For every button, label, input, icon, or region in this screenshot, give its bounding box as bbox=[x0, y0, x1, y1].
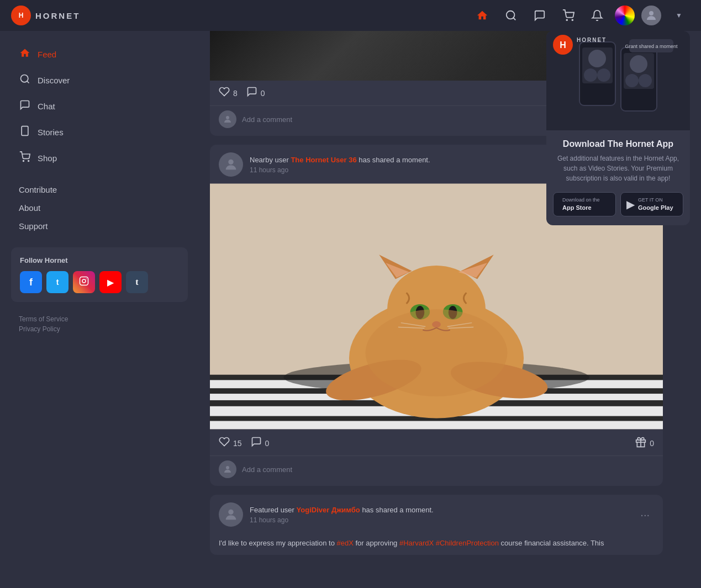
post3-meta-line: Featured user YogiDiver Джимбо has share… bbox=[250, 505, 629, 515]
post2-avatar[interactable] bbox=[219, 152, 243, 177]
sidebar-stories-label: Stories bbox=[38, 128, 64, 137]
heart-icon bbox=[219, 86, 230, 100]
bell-icon[interactable] bbox=[586, 4, 608, 27]
svg-point-5 bbox=[572, 19, 573, 20]
post2-comment-area: Add a comment bbox=[210, 455, 663, 486]
post3-hashtag3[interactable]: #ChildrenProtection bbox=[436, 539, 499, 547]
svg-point-19 bbox=[228, 160, 233, 165]
youtube-button[interactable]: ▶ bbox=[99, 271, 122, 293]
youtube-icon: ▶ bbox=[107, 277, 114, 288]
svg-point-55 bbox=[588, 50, 606, 67]
post3-hashtag2[interactable]: #HarvardX bbox=[399, 539, 434, 547]
chat-nav-icon[interactable] bbox=[529, 4, 551, 27]
promo-desc: Get additional features in the Hornet Ap… bbox=[546, 153, 690, 192]
svg-point-14 bbox=[82, 279, 86, 283]
discover-icon bbox=[19, 73, 31, 87]
post3-meta: Featured user YogiDiver Джимбо has share… bbox=[250, 505, 629, 524]
support-link[interactable]: Support bbox=[19, 218, 180, 234]
svg-point-15 bbox=[86, 278, 87, 279]
post3-text-start: I'd like to express my appreciation to bbox=[219, 539, 336, 547]
app-store-label: Download on the bbox=[562, 197, 600, 203]
svg-text:H: H bbox=[19, 12, 24, 19]
post3-suffix: has shared a moment. bbox=[360, 506, 434, 514]
twitter-button[interactable]: t bbox=[46, 271, 68, 293]
post2-comment-count: 0 bbox=[265, 439, 270, 448]
post3-more-btn[interactable]: ··· bbox=[636, 506, 654, 523]
sidebar-item-shop[interactable]: Shop bbox=[11, 146, 188, 171]
sidebar-secondary: Contribute About Support bbox=[11, 182, 188, 234]
topnav: H HORNET ▼ bbox=[0, 0, 701, 31]
svg-point-4 bbox=[566, 19, 567, 20]
post2-comment-btn[interactable]: 0 bbox=[251, 436, 270, 450]
post3-text-end: course financial assistance. This bbox=[499, 539, 604, 547]
svg-point-6 bbox=[649, 11, 653, 15]
sidebar-item-feed[interactable]: Feed bbox=[11, 42, 188, 67]
post2-like-btn[interactable]: 15 bbox=[219, 436, 242, 450]
google-play-label: GET IT ON bbox=[638, 197, 663, 203]
contribute-link[interactable]: Contribute bbox=[19, 182, 180, 198]
post2-gift-btn[interactable]: 0 bbox=[635, 437, 654, 449]
svg-text:H: H bbox=[560, 40, 566, 50]
post3-username[interactable]: YogiDiver Джимбо bbox=[297, 506, 360, 514]
post2-username[interactable]: The Hornet User 36 bbox=[291, 156, 356, 164]
post3-avatar[interactable] bbox=[219, 502, 243, 527]
footer-links: Terms of Service Privacy Policy bbox=[11, 315, 188, 333]
post2-prefix: Nearby user bbox=[250, 156, 291, 164]
post2-like-count: 15 bbox=[233, 439, 242, 448]
post2-suffix: has shared a moment. bbox=[357, 156, 430, 164]
post3-text: I'd like to express my appreciation to #… bbox=[210, 532, 663, 555]
sidebar-item-chat[interactable]: Chat bbox=[11, 94, 188, 119]
google-play-name: Google Play bbox=[638, 204, 673, 211]
search-icon[interactable] bbox=[500, 4, 522, 27]
svg-text:Grant shared a moment: Grant shared a moment bbox=[625, 44, 678, 49]
svg-point-12 bbox=[28, 161, 29, 162]
post2-commenter-avatar bbox=[219, 460, 236, 478]
post-card-3: Featured user YogiDiver Джимбо has share… bbox=[210, 495, 663, 555]
home-icon[interactable] bbox=[471, 4, 493, 27]
facebook-button[interactable]: f bbox=[20, 271, 42, 293]
svg-rect-13 bbox=[80, 277, 88, 285]
sidebar-item-discover[interactable]: Discover bbox=[11, 68, 188, 93]
page-layout: Feed Discover Chat Stories bbox=[0, 31, 701, 575]
post3-text-mid1: for approving bbox=[354, 539, 399, 547]
post1-comment-btn[interactable]: 0 bbox=[246, 86, 265, 100]
svg-point-48 bbox=[226, 466, 229, 469]
about-link[interactable]: About bbox=[19, 200, 180, 216]
twitter-icon: t bbox=[56, 278, 59, 287]
user-avatar[interactable] bbox=[641, 6, 661, 25]
shop-nav-icon[interactable] bbox=[557, 4, 579, 27]
svg-point-45 bbox=[366, 309, 508, 396]
stories-icon bbox=[19, 125, 31, 139]
post1-like-btn[interactable]: 8 bbox=[219, 86, 238, 100]
google-play-btn[interactable]: ▶ GET IT ON Google Play bbox=[620, 192, 683, 216]
comment-icon-2 bbox=[251, 436, 262, 450]
logo-text: HORNET bbox=[35, 11, 80, 20]
post3-prefix: Featured user bbox=[250, 506, 297, 514]
sidebar: Feed Discover Chat Stories bbox=[0, 31, 199, 588]
rainbow-icon[interactable] bbox=[615, 6, 635, 25]
app-promo: H HORNET Grant shared a moment Download … bbox=[546, 31, 690, 225]
terms-link[interactable]: Terms of Service bbox=[19, 315, 180, 323]
app-store-text: Download on the App Store bbox=[562, 197, 600, 211]
store-buttons: Download on the App Store ▶ GET IT ON Go… bbox=[546, 192, 690, 225]
sidebar-nav: Feed Discover Chat Stories bbox=[11, 42, 188, 171]
svg-line-8 bbox=[27, 81, 29, 83]
app-store-btn[interactable]: Download on the App Store bbox=[553, 192, 616, 216]
post1-commenter-avatar bbox=[219, 110, 236, 128]
logo-area: H HORNET bbox=[11, 6, 80, 25]
post2-comment-input[interactable]: Add a comment bbox=[242, 465, 654, 474]
svg-point-59 bbox=[625, 74, 639, 87]
privacy-link[interactable]: Privacy Policy bbox=[19, 325, 180, 333]
user-menu-chevron[interactable]: ▼ bbox=[668, 4, 690, 27]
facebook-icon: f bbox=[29, 277, 33, 288]
post3-hashtag1[interactable]: #edX bbox=[336, 539, 353, 547]
shop-icon bbox=[19, 151, 31, 165]
svg-point-56 bbox=[630, 55, 647, 73]
google-play-icon: ▶ bbox=[626, 198, 635, 211]
post3-time: 11 hours ago bbox=[250, 516, 629, 524]
sidebar-item-stories[interactable]: Stories bbox=[11, 120, 188, 145]
tumblr-button[interactable]: t bbox=[126, 271, 148, 293]
instagram-button[interactable] bbox=[73, 271, 95, 293]
svg-text:HORNET: HORNET bbox=[577, 37, 607, 43]
sidebar-chat-label: Chat bbox=[38, 102, 55, 111]
